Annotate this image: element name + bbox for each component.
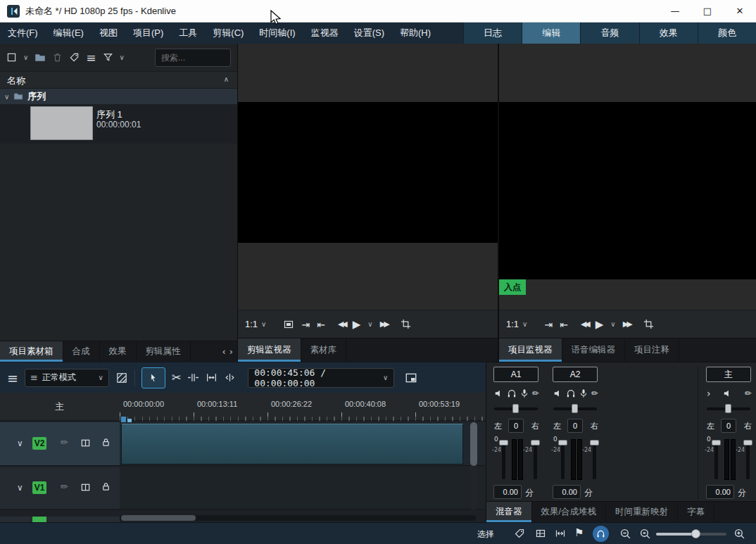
collapse-mixer-icon[interactable]: › bbox=[707, 388, 711, 399]
add-clip-dropdown-chevron[interactable]: ∨ bbox=[23, 53, 28, 61]
workspace-editing[interactable]: 编辑 bbox=[522, 23, 580, 44]
monitor-headphone-icon[interactable] bbox=[507, 388, 517, 398]
db-value[interactable]: 0.00 bbox=[493, 485, 522, 499]
volume-slider-handle[interactable] bbox=[558, 440, 567, 445]
volume-slider-handle[interactable] bbox=[499, 440, 508, 445]
track-collapse-icon[interactable]: ∨ bbox=[17, 438, 23, 448]
maximize-button[interactable]: □ bbox=[691, 0, 724, 23]
effects-pencil-icon[interactable]: ✏ bbox=[532, 388, 539, 398]
tab-clip-properties[interactable]: 剪辑属性 bbox=[137, 341, 191, 362]
thumbnails-toggle-icon[interactable] bbox=[535, 528, 546, 539]
menu-monitor[interactable]: 监视器 bbox=[303, 23, 346, 44]
marker-flag-icon[interactable]: ⚑ bbox=[574, 526, 584, 539]
timeline-ruler[interactable]: 主 00:00:00:00 00:00:13:11 00:00:26:22 00… bbox=[0, 393, 486, 421]
track-header-v2[interactable]: ∨ V2 ✏ bbox=[0, 422, 120, 466]
selection-tool-button[interactable] bbox=[141, 367, 165, 388]
master-track-label[interactable]: 主 bbox=[55, 400, 64, 413]
tab-speech-editor[interactable]: 语音编辑器 bbox=[562, 339, 626, 362]
menu-tools[interactable]: 工具 bbox=[171, 23, 205, 44]
volume-slider-groove[interactable] bbox=[561, 440, 565, 479]
playhead-marker[interactable] bbox=[121, 417, 126, 422]
create-folder-button[interactable] bbox=[34, 52, 46, 63]
search-input[interactable] bbox=[155, 49, 231, 67]
crop-icon[interactable] bbox=[401, 319, 411, 329]
menu-clip[interactable]: 剪辑(C) bbox=[205, 23, 251, 44]
edit-mode-select[interactable]: ≡ 正常模式 ∨ bbox=[25, 369, 109, 387]
close-button[interactable]: ✕ bbox=[724, 0, 756, 23]
balance-slider-handle[interactable] bbox=[572, 404, 578, 413]
track-header-v1[interactable]: ∨ V1 ✏ bbox=[0, 467, 120, 510]
tab-effects[interactable]: 效果 bbox=[100, 341, 137, 362]
bin-folder-row[interactable]: ∨ 序列 bbox=[0, 89, 237, 104]
track-tag[interactable]: V1 bbox=[32, 481, 46, 494]
zoom-fit-icon[interactable] bbox=[639, 528, 651, 540]
track-thumbnails-icon[interactable] bbox=[80, 438, 91, 448]
gain-slider-handle[interactable] bbox=[743, 440, 752, 445]
balance-slider-handle[interactable] bbox=[725, 404, 731, 413]
mixer-toggle-icon[interactable] bbox=[405, 372, 417, 384]
track-lock-icon[interactable] bbox=[101, 437, 111, 448]
tab-project-monitor[interactable]: 项目监视器 bbox=[499, 339, 562, 362]
monitor-zoom-select[interactable]: 1:1 ∨ bbox=[245, 319, 266, 329]
horizontal-scrollbar-thumb[interactable] bbox=[121, 515, 196, 521]
gain-slider-handle[interactable] bbox=[590, 440, 599, 445]
volume-slider-groove[interactable] bbox=[714, 440, 718, 479]
monitor-zoom-select[interactable]: 1:1 ∨ bbox=[506, 319, 527, 329]
effects-pencil-icon[interactable]: ✏ bbox=[745, 388, 752, 398]
zone-out-icon[interactable]: ⇤ bbox=[317, 319, 325, 330]
forward-button[interactable]: ▶▶ bbox=[623, 320, 631, 329]
gain-slider-groove[interactable] bbox=[593, 440, 596, 479]
zone-in-icon[interactable]: ⇥ bbox=[301, 319, 310, 330]
add-clip-button[interactable] bbox=[6, 52, 17, 63]
tab-project-bin[interactable]: 项目素材箱 bbox=[0, 341, 63, 362]
balance-value[interactable]: 0 bbox=[721, 419, 736, 433]
tab-scroll-right-icon[interactable]: › bbox=[228, 346, 237, 357]
gain-slider-groove[interactable] bbox=[534, 440, 537, 479]
tab-mixer[interactable]: 混音器 bbox=[486, 502, 532, 522]
mute-icon[interactable] bbox=[494, 388, 504, 398]
tab-compositions[interactable]: 合成 bbox=[63, 341, 100, 362]
zoom-out-icon[interactable] bbox=[619, 528, 631, 540]
spacer-tool-icon[interactable] bbox=[187, 372, 199, 384]
razor-tool-icon[interactable]: ✂ bbox=[172, 371, 181, 384]
channel-name[interactable]: 主 bbox=[706, 367, 751, 382]
filter-icon[interactable] bbox=[103, 52, 113, 63]
zone-toggle-icon[interactable] bbox=[283, 319, 294, 330]
volume-slider-handle[interactable] bbox=[712, 440, 721, 445]
tab-project-notes[interactable]: 项目注释 bbox=[625, 339, 679, 362]
view-mode-icon[interactable]: ≡ bbox=[86, 51, 96, 65]
volume-slider-groove[interactable] bbox=[502, 440, 505, 479]
vertical-scrollbar-thumb[interactable] bbox=[470, 422, 477, 466]
track-body-v2[interactable] bbox=[120, 422, 486, 466]
filter-dropdown-chevron[interactable]: ∨ bbox=[120, 53, 125, 61]
effects-pencil-icon[interactable]: ✏ bbox=[591, 388, 598, 398]
track-lock-icon[interactable] bbox=[101, 481, 111, 492]
channel-name[interactable]: A1 bbox=[493, 367, 538, 382]
tags-button[interactable] bbox=[69, 52, 80, 63]
delete-button[interactable] bbox=[52, 52, 63, 63]
timeline-clip[interactable] bbox=[121, 424, 463, 464]
play-options-chevron[interactable]: ∨ bbox=[610, 320, 615, 328]
tab-time-remap[interactable]: 时间重新映射 bbox=[606, 502, 678, 522]
play-button[interactable]: ▶ bbox=[596, 318, 604, 331]
balance-slider-handle[interactable] bbox=[512, 404, 519, 413]
workspace-color[interactable]: 颜色 bbox=[698, 23, 756, 44]
workspace-effects[interactable]: 效果 bbox=[639, 23, 698, 44]
track-effects-icon[interactable]: ✏ bbox=[61, 437, 68, 448]
zone-out-icon[interactable]: ⇤ bbox=[560, 319, 568, 330]
timecode-display[interactable]: 00:00:45:06 / 00:00:00:00 ∨ bbox=[248, 368, 394, 388]
show-tags-icon[interactable] bbox=[514, 528, 525, 539]
collapse-header-icon[interactable]: ∧ bbox=[224, 75, 229, 83]
rewind-button[interactable]: ◀◀ bbox=[338, 320, 346, 329]
record-mic-icon[interactable] bbox=[519, 388, 529, 398]
folder-expand-icon[interactable]: ∨ bbox=[4, 93, 9, 101]
track-collapse-icon[interactable]: ∨ bbox=[17, 483, 23, 493]
track-body-v1[interactable] bbox=[120, 467, 486, 510]
mute-icon[interactable] bbox=[723, 388, 733, 398]
mixed-audio-video-icon[interactable] bbox=[115, 372, 128, 384]
tab-subtitles[interactable]: 字幕 bbox=[678, 502, 714, 522]
monitor-headphone-icon[interactable] bbox=[566, 388, 576, 398]
track-effects-icon[interactable]: ✏ bbox=[61, 481, 68, 492]
channel-name[interactable]: A2 bbox=[553, 367, 598, 382]
bin-clip-row[interactable]: 序列 1 00:00:00:01 bbox=[0, 104, 237, 144]
